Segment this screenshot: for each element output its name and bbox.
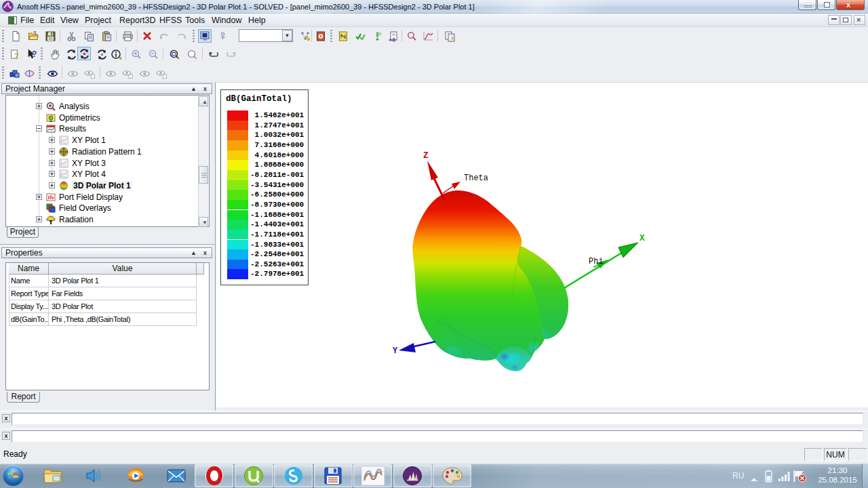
svg-text:Phi: Phi bbox=[589, 257, 604, 266]
svg-text:?: ? bbox=[32, 49, 37, 59]
svg-text:Theta: Theta bbox=[464, 174, 488, 183]
svg-text:Z: Z bbox=[423, 150, 429, 161]
svg-text:X: X bbox=[639, 233, 645, 243]
svg-text:Y: Y bbox=[393, 346, 398, 356]
svg-text:?: ? bbox=[14, 52, 19, 60]
